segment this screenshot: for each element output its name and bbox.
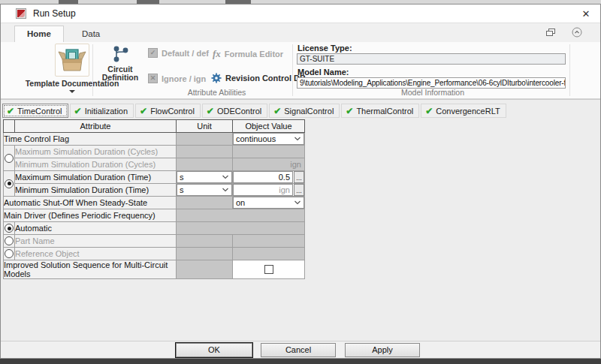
select-value: s — [177, 173, 219, 182]
button-bar: OK Cancel Apply — [1, 341, 600, 358]
table-row: Automatic Shut-Off When Steady-Stateon — [4, 197, 305, 209]
table-row: Main Driver (Defines Periodic Frequency) — [4, 209, 305, 222]
tab-thermalcontrol[interactable]: ✔ThermalControl — [341, 104, 419, 118]
tab-label: ThermalControl — [356, 107, 413, 116]
template-documentation-icon — [57, 47, 87, 74]
value-select[interactable]: on — [233, 197, 304, 209]
unit-select[interactable]: s — [177, 171, 232, 183]
ignore-ign-button: ✕ Ignore / ign — [148, 74, 206, 83]
tab-convergencerlt[interactable]: ✔ConvergenceRLT — [421, 104, 506, 118]
value-select[interactable]: continuous — [233, 133, 304, 145]
unit-select[interactable]: s — [177, 184, 232, 196]
attribute-label: Minimum Simulation Duration (Time) — [15, 184, 177, 197]
attribute-label: Reference Object — [15, 248, 177, 260]
disabled-cell — [177, 248, 233, 260]
radio-maximum-simulation-duration-cycles[interactable] — [5, 154, 14, 163]
cancel-button[interactable]: Cancel — [261, 343, 336, 357]
model-name-field[interactable]: 9\tutorials\Modeling_Applications\Engine… — [297, 77, 566, 89]
disabled-cell — [233, 248, 305, 260]
radio-cell-part-name[interactable] — [4, 235, 15, 248]
formula-editor-label: Formula Editor — [225, 50, 283, 59]
attribute-label: Time Control Flag — [4, 133, 177, 146]
tab-label: SignalControl — [284, 107, 334, 116]
ribbon-tab-row: Home Data — [1, 23, 600, 42]
chevron-down-icon — [291, 200, 304, 205]
radio-cell-maximum-simulation-duration-cycles[interactable] — [4, 146, 15, 171]
table-row: Maximum Simulation Duration (Time)s0.5..… — [4, 171, 305, 184]
formula-fx-icon: fx — [213, 48, 221, 60]
attribute-label: Automatic — [15, 222, 177, 235]
collapse-ribbon-icon[interactable] — [572, 27, 582, 38]
model-name-label: Model Name: — [297, 68, 349, 77]
model-information-group-label: Model Information — [346, 88, 519, 97]
check-icon: ✔ — [140, 107, 147, 115]
ignore-ign-label: Ignore / ign — [162, 74, 206, 83]
check-icon: ✔ — [346, 107, 353, 115]
default-def-button: ✓ Default / def — [148, 48, 209, 58]
check-icon: ✔ — [273, 107, 281, 115]
window-title: Run Setup — [33, 8, 76, 19]
tab-data[interactable]: Data — [70, 26, 112, 42]
radio-automatic[interactable] — [5, 224, 14, 233]
disabled-cell — [233, 235, 305, 248]
ok-button[interactable]: OK — [176, 343, 252, 357]
attribute-label: Maximum Simulation Duration (Cycles) — [15, 146, 177, 158]
attribute-label: Part Name — [15, 235, 177, 248]
license-type-label: License Type: — [297, 44, 352, 53]
license-type-field: GT-SUITE — [297, 53, 566, 65]
value-input[interactable]: 0.5 — [233, 171, 293, 183]
tab-label: ConvergenceRLT — [436, 107, 500, 116]
default-checkbox-icon: ✓ — [148, 48, 158, 58]
revision-control-db-label: Revision Control DB — [225, 74, 306, 83]
circuit-definition-label: Circuit Definition — [97, 65, 143, 82]
value-input[interactable]: ign — [233, 184, 293, 196]
disabled-cell — [177, 209, 305, 222]
disabled-cell — [177, 197, 233, 209]
table-header-row: Attribute Unit Object Value — [4, 120, 305, 133]
radio-cell-reference-object[interactable] — [4, 248, 15, 260]
attribute-table-body: Time Control FlagcontinuousMaximum Simul… — [4, 133, 305, 279]
float-panes-icon[interactable] — [546, 29, 555, 37]
check-icon: ✔ — [7, 107, 14, 115]
table-row: Maximum Simulation Duration (Cycles) — [4, 146, 305, 158]
tab-timecontrol[interactable]: ✔TimeControl — [2, 104, 68, 118]
disabled-cell — [177, 235, 233, 248]
radio-part-name[interactable] — [5, 236, 14, 245]
screen: Run Setup ✕ Home Data — [0, 0, 601, 364]
tab-signalcontrol[interactable]: ✔SignalControl — [269, 104, 340, 118]
apply-button[interactable]: Apply — [345, 343, 420, 357]
ribbon-separator — [292, 44, 293, 96]
radio-cell-automatic[interactable] — [4, 222, 15, 235]
disabled-cell — [233, 146, 305, 158]
content-area: ✔TimeControl✔Initialization✔FlowControl✔… — [1, 99, 600, 341]
dropdown-caret-icon — [69, 90, 75, 93]
gear-icon — [211, 73, 222, 83]
header-attribute: Attribute — [15, 120, 177, 133]
radio-cell-maximum-simulation-duration-time[interactable] — [4, 171, 15, 197]
formula-editor-button: fx Formula Editor — [213, 48, 283, 60]
tab-initialization[interactable]: ✔Initialization — [70, 104, 134, 118]
ribbon: Template Documentation Circuit Definitio… — [1, 42, 600, 99]
close-icon[interactable]: ✕ — [575, 5, 597, 23]
table-row: Minimum Simulation Duration (Time)sign..… — [4, 184, 305, 197]
tab-odecontrol[interactable]: ✔ODEControl — [202, 104, 267, 118]
disabled-cell — [177, 158, 233, 171]
disabled-cell — [177, 146, 233, 158]
circuit-definition-button[interactable]: Circuit Definition — [97, 45, 143, 82]
tab-home[interactable]: Home — [14, 26, 64, 42]
checkbox[interactable] — [264, 265, 273, 274]
radio-reference-object[interactable] — [5, 249, 14, 258]
radio-maximum-simulation-duration-time[interactable] — [5, 179, 14, 188]
tab-label: TimeControl — [17, 107, 62, 116]
ellipsis-button[interactable]: ... — [294, 171, 304, 183]
ellipsis-button[interactable]: ... — [294, 184, 304, 196]
tab-label: FlowControl — [150, 107, 195, 116]
check-icon: ✔ — [74, 107, 82, 115]
select-value: s — [177, 185, 219, 194]
table-row: Time Control Flagcontinuous — [4, 133, 305, 146]
disabled-cell: ign — [233, 158, 305, 171]
run-setup-dialog: Run Setup ✕ Home Data — [0, 4, 601, 359]
attribute-abilities-group-label: Attribute Abilities — [143, 88, 290, 97]
tab-flowcontrol[interactable]: ✔FlowControl — [135, 104, 201, 118]
header-object-value: Object Value — [233, 120, 305, 133]
